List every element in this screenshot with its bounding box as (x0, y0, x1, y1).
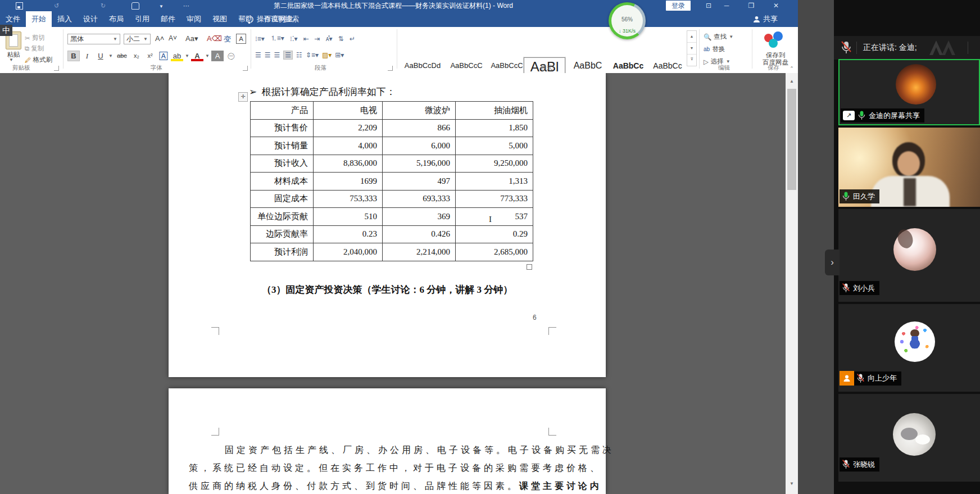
share-button[interactable]: 共享 (753, 11, 778, 27)
scroll-down-icon[interactable]: ▼ (786, 481, 798, 486)
numbering-icon[interactable]: ⒈≡▾ (270, 34, 284, 43)
distribute-icon[interactable]: ☷ (296, 51, 302, 59)
align-center-icon[interactable]: ☰ (265, 51, 271, 59)
document-page-1[interactable]: ✛ ➢ 根据计算确定产品利润率如下： 产品 电视 微波炉 抽油烟机 预计售价2,… (169, 73, 606, 377)
tab-review[interactable]: 审阅 (181, 11, 207, 27)
grow-font-icon[interactable]: A˄ (155, 34, 164, 43)
participant-tile-liuxiaobing[interactable]: 刘小兵 (838, 209, 980, 302)
qat-customize-icon[interactable]: ⋯ (183, 1, 189, 11)
document-scrollbar: ▲ ▼ (786, 73, 798, 494)
net-speed-value: 31K/s (623, 28, 636, 34)
superscript-button[interactable]: x² (144, 51, 156, 61)
minimize-icon[interactable]: ─ (719, 1, 734, 11)
body-text-line[interactable]: 策，系统已经自动设定。但在实务工作中，对于电子设备的采购需要考虑价格、 (189, 463, 602, 474)
align-left-icon[interactable]: ☰ (255, 51, 261, 59)
tab-mailings[interactable]: 邮件 (155, 11, 181, 27)
character-shading-icon[interactable]: A (211, 51, 224, 61)
collapse-ribbon-icon[interactable]: ⌃ (787, 66, 797, 72)
table-move-handle-icon[interactable]: ✛ (238, 92, 248, 102)
find-button[interactable]: 🔍查找▼ (704, 33, 733, 41)
ribbon-display-options-icon[interactable]: ⊡ (701, 1, 716, 11)
format-painter-button[interactable]: 🖉格式刷 (25, 56, 52, 64)
qat-dropdown-icon[interactable]: ▼ (159, 2, 164, 12)
enclose-characters-icon[interactable]: ㊀ (225, 51, 237, 61)
save-icon[interactable] (16, 2, 23, 10)
bullet-line[interactable]: ➢ 根据计算确定产品利润率如下： (249, 85, 396, 98)
net-speed-widget[interactable]: 56% ↓ 31K/s (609, 2, 646, 39)
font-dialog-launcher[interactable] (243, 66, 248, 71)
shading-icon[interactable]: ▨▾ (322, 51, 332, 59)
tell-me-search[interactable]: 操作说明搜索 (246, 11, 299, 27)
font-name-combo[interactable]: 黑体▼ (67, 34, 120, 44)
tab-design[interactable]: 设计 (78, 11, 103, 27)
text-effects-icon[interactable]: 🄰 (157, 51, 170, 61)
strikethrough-button[interactable]: abc (115, 51, 129, 61)
bold-button[interactable]: B (67, 51, 80, 61)
paragraph-dialog-launcher[interactable] (388, 66, 393, 71)
font-color-dropdown-icon[interactable]: ▼ (205, 51, 210, 61)
tab-layout[interactable]: 布局 (103, 11, 129, 27)
subscript-button[interactable]: x₂ (130, 51, 143, 61)
close-icon[interactable]: ✕ (769, 1, 783, 11)
cut-button[interactable]: ✂剪切 (25, 34, 45, 42)
decrease-indent-icon[interactable]: ⇤ (303, 35, 309, 43)
ime-indicator[interactable]: 中 (0, 25, 12, 36)
sidebar-collapse-handle[interactable]: › (825, 250, 840, 275)
shrink-font-icon[interactable]: A˅ (169, 34, 177, 42)
document-page-2[interactable]: 固定资产包括生产线、厂房、办公用房、电子设备等。电子设备购买无需决 策，系统已经… (169, 388, 606, 494)
body-text-line[interactable]: 供应商的纳税人身份、付款方式、到货时间、品牌性能等因素。课堂主要讨论内 (189, 481, 602, 492)
participant-tile-zhangxiaorui[interactable]: 张晓锐 (838, 394, 980, 482)
styles-scroll-down-icon[interactable]: ▼ (687, 43, 696, 55)
clear-formatting-icon[interactable]: A⌫ (207, 34, 222, 43)
participant-tile-jindi-share[interactable]: ↗ 金迪的屏幕共享 (838, 59, 980, 125)
undo-icon[interactable]: ↺ (54, 1, 59, 11)
increase-indent-icon[interactable]: ⇥ (315, 35, 320, 43)
line-spacing-icon[interactable]: ⇕≡▾ (306, 51, 319, 59)
align-right-icon[interactable]: ☰ (274, 51, 280, 59)
borders-icon[interactable]: ⊞▾ (335, 51, 344, 59)
change-case-icon[interactable]: Aa▾ (185, 34, 198, 43)
table-header-cell[interactable]: 产品 (251, 102, 314, 120)
participant-tile-tianjiuxue[interactable]: 田久学 (838, 128, 980, 207)
copy-button[interactable]: ⧉复制 (25, 44, 44, 53)
tab-home[interactable]: 开始 (26, 11, 52, 27)
touch-mode-icon[interactable] (131, 2, 139, 10)
font-size-combo[interactable]: 小二▼ (124, 34, 151, 44)
justify-icon[interactable]: ☰ (283, 51, 293, 60)
tab-references[interactable]: 引用 (129, 11, 155, 27)
table-header-cell[interactable]: 抽油烟机 (456, 102, 533, 120)
character-border-icon[interactable]: A (236, 34, 246, 44)
tab-view[interactable]: 视图 (207, 11, 233, 27)
highlight-color-icon[interactable]: ab (171, 51, 183, 61)
show-marks-icon[interactable]: ↵ (350, 35, 355, 43)
body-text-line[interactable]: 固定资产包括生产线、厂房、办公用房、电子设备等。电子设备购买无需决 (225, 445, 614, 456)
section-heading[interactable]: （3）固定资产投资决策（学生讨论：6 分钟，讲解 3 分钟） (169, 283, 606, 296)
styles-more-icon[interactable]: ⊽ (687, 55, 696, 65)
underline-button[interactable]: U (94, 51, 107, 61)
redo-icon[interactable]: ↻ (101, 1, 106, 11)
sort-icon[interactable]: ⇅ (338, 35, 344, 43)
table-header-cell[interactable]: 微波炉 (383, 102, 456, 120)
highlight-dropdown-icon[interactable]: ▼ (184, 51, 190, 61)
scrollbar-thumb[interactable] (787, 89, 796, 190)
asian-layout-icon[interactable]: ᴀ̽▾ (326, 35, 333, 43)
paste-dropdown-icon[interactable]: ▼ (9, 57, 13, 62)
baidu-netdisk-icon[interactable] (763, 31, 786, 49)
paste-button[interactable]: 粘贴 (2, 51, 25, 59)
table-resize-handle[interactable] (527, 264, 532, 270)
login-button[interactable]: 登录 (666, 1, 691, 11)
italic-button[interactable]: I (81, 51, 93, 61)
clipboard-dialog-launcher[interactable] (54, 66, 59, 71)
underline-dropdown-icon[interactable]: ▼ (108, 51, 114, 61)
styles-scroll-up-icon[interactable]: ▲ (687, 31, 696, 43)
table-header-cell[interactable]: 电视 (314, 102, 383, 120)
maximize-icon[interactable]: ❐ (744, 1, 759, 11)
scroll-up-icon[interactable]: ▲ (786, 79, 798, 84)
font-color-icon[interactable]: A (191, 51, 203, 61)
phonetic-guide-icon[interactable]: 变 (224, 34, 231, 44)
multilevel-list-icon[interactable]: ⁝⁚▾ (290, 35, 298, 43)
replace-button[interactable]: ab替换 (704, 45, 725, 53)
tab-insert[interactable]: 插入 (52, 11, 78, 27)
participant-tile-xiangshangshaonian[interactable]: 向上少年 (838, 304, 980, 392)
bullets-icon[interactable]: ⁝≡▾ (255, 35, 265, 43)
